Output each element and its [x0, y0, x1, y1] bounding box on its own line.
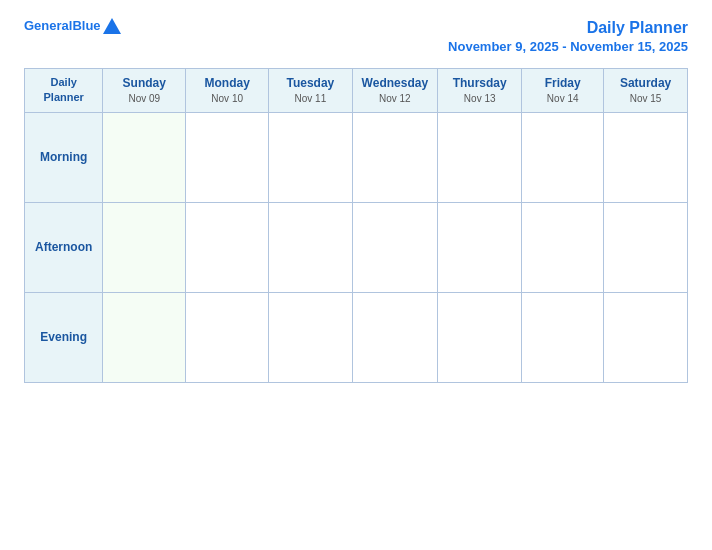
cell-afternoon-wednesday[interactable]	[352, 202, 438, 292]
cell-evening-thursday[interactable]	[438, 292, 522, 382]
col-header-wednesday: Wednesday Nov 12	[352, 68, 438, 112]
col-header-thursday: Thursday Nov 13	[438, 68, 522, 112]
row-afternoon: Afternoon	[25, 202, 688, 292]
col-header-sunday: Sunday Nov 09	[103, 68, 186, 112]
cell-afternoon-friday[interactable]	[522, 202, 604, 292]
logo-blue: Blue	[72, 18, 100, 33]
row-morning: Morning	[25, 112, 688, 202]
cell-afternoon-sunday[interactable]	[103, 202, 186, 292]
cell-morning-monday[interactable]	[186, 112, 269, 202]
row-evening: Evening	[25, 292, 688, 382]
cell-afternoon-monday[interactable]	[186, 202, 269, 292]
cell-evening-monday[interactable]	[186, 292, 269, 382]
title-date: November 9, 2025 - November 15, 2025	[448, 39, 688, 54]
label-afternoon: Afternoon	[25, 202, 103, 292]
cell-evening-sunday[interactable]	[103, 292, 186, 382]
cell-afternoon-saturday[interactable]	[604, 202, 688, 292]
cell-morning-thursday[interactable]	[438, 112, 522, 202]
title-area: Daily Planner November 9, 2025 - Novembe…	[448, 18, 688, 54]
cell-morning-saturday[interactable]	[604, 112, 688, 202]
label-evening: Evening	[25, 292, 103, 382]
cell-morning-tuesday[interactable]	[269, 112, 352, 202]
col-header-saturday: Saturday Nov 15	[604, 68, 688, 112]
title-main: Daily Planner	[448, 18, 688, 39]
cell-evening-tuesday[interactable]	[269, 292, 352, 382]
label-morning: Morning	[25, 112, 103, 202]
cell-evening-saturday[interactable]	[604, 292, 688, 382]
cell-morning-friday[interactable]	[522, 112, 604, 202]
cell-morning-wednesday[interactable]	[352, 112, 438, 202]
page: GeneralBlue Daily Planner November 9, 20…	[0, 0, 712, 550]
cell-afternoon-thursday[interactable]	[438, 202, 522, 292]
svg-marker-0	[103, 18, 121, 34]
cell-morning-sunday[interactable]	[103, 112, 186, 202]
logo-general: General	[24, 18, 72, 33]
cell-evening-friday[interactable]	[522, 292, 604, 382]
col-header-tuesday: Tuesday Nov 11	[269, 68, 352, 112]
calendar-table: DailyPlanner Sunday Nov 09 Monday Nov 10…	[24, 68, 688, 383]
logo-area: GeneralBlue	[24, 18, 121, 34]
cell-evening-wednesday[interactable]	[352, 292, 438, 382]
col-header-friday: Friday Nov 14	[522, 68, 604, 112]
logo-text: GeneralBlue	[24, 19, 101, 33]
logo-triangle-icon	[103, 18, 121, 34]
col-header-monday: Monday Nov 10	[186, 68, 269, 112]
header: GeneralBlue Daily Planner November 9, 20…	[24, 18, 688, 54]
col-header-planner: DailyPlanner	[25, 68, 103, 112]
header-row: DailyPlanner Sunday Nov 09 Monday Nov 10…	[25, 68, 688, 112]
cell-afternoon-tuesday[interactable]	[269, 202, 352, 292]
